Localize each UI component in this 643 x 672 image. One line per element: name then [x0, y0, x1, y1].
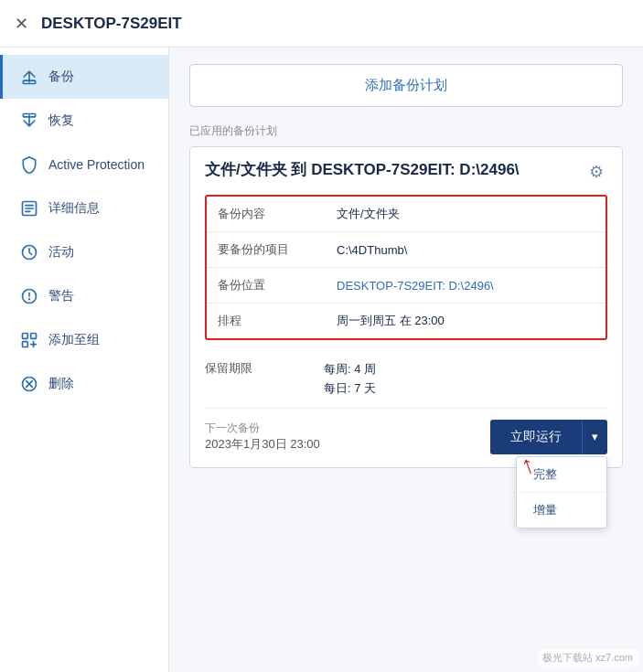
- add-backup-button[interactable]: 添加备份计划: [189, 64, 623, 107]
- table-row: 排程 周一到周五 在 23:00: [207, 304, 605, 338]
- detail-key-1: 要备份的项目: [218, 241, 337, 258]
- table-row: 备份位置 DESKTOP-7S29EIT: D:\2496\: [207, 268, 605, 304]
- applied-label: 已应用的备份计划: [189, 123, 623, 139]
- content-area: 添加备份计划 已应用的备份计划 文件/文件夹 到 DESKTOP-7S29EIT…: [169, 48, 643, 672]
- sidebar-item-delete[interactable]: 删除: [0, 362, 168, 406]
- next-backup-info: 下一次备份 2023年1月30日 23:00: [205, 421, 320, 453]
- run-dropdown-arrow[interactable]: ▾: [582, 420, 607, 454]
- sidebar-item-alerts[interactable]: 警告: [0, 274, 168, 318]
- svg-rect-12: [23, 342, 28, 347]
- activity-icon: [19, 242, 39, 262]
- backup-card-title: 文件/文件夹 到 DESKTOP-7S29EIT: D:\2496\: [205, 160, 520, 181]
- details-table: 备份内容 文件/文件夹 要备份的项目 C:\4DThumb\ 备份位置 DESK…: [205, 195, 607, 340]
- next-backup-row: 下一次备份 2023年1月30日 23:00 立即运行 ▾ 完整 增量 ↑: [205, 409, 607, 454]
- main-layout: 备份 恢复 Active Protection: [0, 48, 643, 672]
- run-now-button[interactable]: 立即运行: [490, 420, 582, 454]
- backup-icon: [19, 67, 39, 87]
- shield-icon: [19, 155, 39, 175]
- sidebar-item-activity[interactable]: 活动: [0, 230, 168, 274]
- restore-icon: [19, 111, 39, 131]
- retention-line1: 每周: 4 周: [324, 360, 376, 379]
- detail-key-0: 备份内容: [218, 206, 337, 222]
- run-btn-group: 立即运行 ▾ 完整 增量 ↑: [490, 420, 607, 454]
- retention-line2: 每日: 7 天: [324, 379, 376, 399]
- sidebar-label-active-protection: Active Protection: [48, 157, 145, 172]
- retention-row: 保留期限 每周: 4 周 每日: 7 天: [205, 351, 607, 409]
- next-backup-label: 下一次备份: [205, 421, 320, 436]
- delete-icon: [19, 374, 39, 394]
- table-row: 备份内容 文件/文件夹: [207, 197, 605, 232]
- retention-key: 保留期限: [205, 360, 324, 377]
- sidebar-item-active-protection[interactable]: Active Protection: [0, 143, 168, 187]
- svg-point-9: [29, 299, 30, 300]
- backup-card: 文件/文件夹 到 DESKTOP-7S29EIT: D:\2496\ ⚙ 备份内…: [189, 146, 623, 468]
- svg-rect-11: [31, 334, 37, 339]
- detail-value-2[interactable]: DESKTOP-7S29EIT: D:\2496\: [337, 279, 494, 293]
- sidebar-label-restore: 恢复: [48, 112, 74, 129]
- table-row: 要备份的项目 C:\4DThumb\: [207, 232, 605, 268]
- sidebar-item-backup[interactable]: 备份: [0, 55, 168, 99]
- sidebar-item-details[interactable]: 详细信息: [0, 187, 168, 230]
- next-backup-time: 2023年1月30日 23:00: [205, 436, 320, 453]
- sidebar-label-delete: 删除: [48, 376, 74, 392]
- sidebar-label-backup: 备份: [48, 69, 74, 85]
- detail-key-2: 备份位置: [218, 277, 337, 293]
- add-group-icon: [19, 330, 39, 350]
- details-icon: [19, 198, 39, 219]
- settings-button[interactable]: ⚙: [585, 160, 607, 184]
- sidebar-label-activity: 活动: [48, 244, 74, 261]
- dropdown-item-incremental[interactable]: 增量: [517, 493, 606, 528]
- backup-card-header: 文件/文件夹 到 DESKTOP-7S29EIT: D:\2496\ ⚙: [205, 160, 607, 184]
- detail-key-3: 排程: [218, 313, 337, 329]
- svg-rect-10: [23, 334, 28, 339]
- alert-icon: [19, 286, 39, 306]
- window-title: DESKTOP-7S29EIT: [41, 15, 182, 33]
- sidebar-item-add-to-group[interactable]: 添加至组: [0, 318, 168, 362]
- sidebar: 备份 恢复 Active Protection: [0, 48, 169, 672]
- sidebar-label-add-to-group: 添加至组: [48, 332, 100, 348]
- header: ✕ DESKTOP-7S29EIT: [0, 0, 643, 48]
- close-button[interactable]: ✕: [15, 14, 28, 34]
- sidebar-label-alerts: 警告: [48, 288, 74, 304]
- detail-value-3: 周一到周五 在 23:00: [337, 313, 445, 329]
- sidebar-label-details: 详细信息: [48, 200, 100, 217]
- retention-value: 每周: 4 周 每日: 7 天: [324, 360, 376, 399]
- detail-value-1: C:\4DThumb\: [337, 243, 407, 257]
- sidebar-item-restore[interactable]: 恢复: [0, 99, 168, 143]
- detail-value-0: 文件/文件夹: [337, 206, 400, 222]
